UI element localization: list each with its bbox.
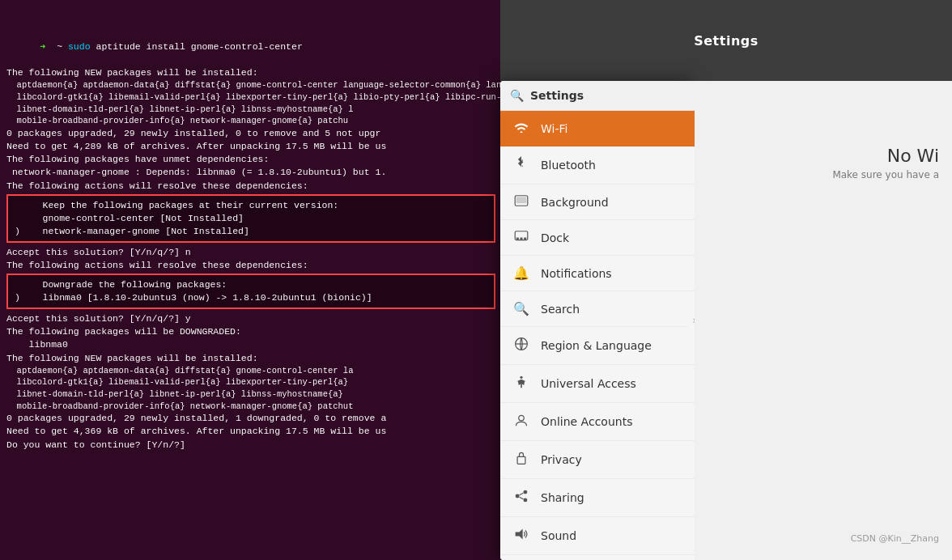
svg-point-9 (519, 415, 525, 421)
settings-list: Wi-Fi Bluetooth Background (500, 111, 695, 560)
terminal-window: ➜ ~ sudo aptitude install gnome-control-… (0, 0, 502, 560)
terminal-line-resolve2: The following actions will resolve these… (6, 259, 495, 272)
bluetooth-label: Bluetooth (541, 159, 596, 172)
settings-title: Settings (694, 33, 759, 49)
svg-rect-4 (516, 238, 519, 240)
wifi-label: Wi-Fi (541, 122, 567, 135)
svg-rect-10 (517, 456, 525, 464)
settings-item-power[interactable]: Power (500, 555, 695, 560)
region-icon (513, 337, 529, 354)
terminal-line-stats: 0 packages upgraded, 29 newly installed,… (6, 412, 495, 425)
svg-point-13 (523, 498, 527, 502)
region-label: Region & Language (541, 339, 652, 352)
no-wifi-subtitle: Make sure you have a (832, 169, 939, 180)
wifi-icon (513, 121, 529, 136)
terminal-content: ➜ ~ sudo aptitude install gnome-control-… (0, 23, 502, 560)
svg-point-12 (516, 494, 520, 498)
terminal-line-get: Need to get 4,369 kB of archives. After … (6, 425, 495, 438)
terminal-line-5: mobile-broadband-provider-info{a} networ… (6, 115, 495, 127)
terminal-line-7: Need to get 4,289 kB of archives. After … (6, 140, 495, 153)
notifications-label: Notifications (541, 267, 612, 280)
settings-arrow: › (688, 304, 695, 337)
sound-label: Sound (541, 529, 576, 542)
terminal-line-2: aptdaemon{a} aptdaemon-data{a} diffstat{… (6, 79, 495, 91)
terminal-box-2: Downgrade the following packages: ) libn… (6, 274, 495, 309)
terminal-line-libnma: libnma0 (6, 338, 495, 351)
svg-rect-2 (516, 197, 526, 203)
csdn-watermark: CSDN @Kin__Zhang (851, 533, 939, 544)
online-accounts-icon (513, 413, 529, 431)
terminal-line-3: libcolord-gtk1{a} libemail-valid-perl{a}… (6, 91, 495, 104)
settings-panel: 🔍 Settings Wi-Fi Bluetooth (500, 81, 695, 560)
terminal-line-1: The following NEW packages will be insta… (6, 66, 495, 79)
settings-item-wifi[interactable]: Wi-Fi (500, 111, 695, 146)
search-icon: 🔍 (510, 89, 524, 102)
background-icon (513, 194, 529, 210)
notifications-icon: 🔔 (513, 265, 529, 281)
terminal-boxline-3: ) network-manager-gnome [Not Installed] (15, 225, 487, 238)
bluetooth-icon (513, 156, 529, 174)
settings-item-background[interactable]: Background (500, 185, 695, 220)
background-label: Background (541, 196, 609, 209)
terminal-line-8: The following packages have unmet depend… (6, 153, 495, 166)
terminal-boxline-5: ) libnma0 [1.8.10-2ubuntu3 (now) -> 1.8.… (15, 291, 487, 304)
terminal-line-new2: libcolord-gtk1{a} libemail-valid-perl{a}… (6, 376, 495, 388)
svg-point-11 (523, 490, 527, 494)
terminal-line-new4: mobile-broadband-provider-info{a} networ… (6, 401, 495, 413)
svg-marker-16 (516, 528, 523, 539)
svg-rect-6 (524, 238, 526, 240)
no-wifi-text: No Wi Make sure you have a (832, 146, 939, 180)
svg-rect-5 (520, 238, 522, 240)
terminal-line-4: libnet-domain-tld-perl{a} libnet-ip-perl… (6, 104, 495, 116)
svg-line-15 (520, 497, 524, 498)
search-label: Search (541, 303, 580, 316)
settings-item-privacy[interactable]: Privacy (500, 441, 695, 479)
privacy-icon (513, 451, 529, 469)
terminal-line-new1: aptdaemon{a} aptdaemon-data{a} diffstat{… (6, 365, 495, 377)
terminal-boxline-2: gnome-control-center [Not Installed] (15, 212, 487, 225)
svg-line-14 (520, 493, 524, 494)
universal-access-label: Universal Access (541, 377, 636, 390)
no-wifi-panel: No Wi Make sure you have a CSDN @Kin__Zh… (695, 81, 952, 560)
settings-item-universal-access[interactable]: Universal Access (500, 365, 695, 403)
dock-icon (513, 230, 529, 245)
svg-point-0 (521, 131, 523, 133)
terminal-line-6: 0 packages upgraded, 29 newly installed,… (6, 127, 495, 140)
dock-label: Dock (541, 231, 569, 244)
search-item-icon: 🔍 (513, 301, 529, 316)
sound-icon (513, 527, 529, 545)
terminal-line-9: network-manager-gnome : Depends: libnma0… (6, 166, 495, 179)
privacy-label: Privacy (541, 453, 582, 466)
settings-item-region[interactable]: Region & Language (500, 327, 695, 365)
settings-item-online-accounts[interactable]: Online Accounts (500, 403, 695, 441)
settings-search-bar: 🔍 Settings (500, 81, 695, 111)
terminal-line-0: ➜ ~ sudo aptitude install gnome-control-… (6, 28, 495, 66)
terminal-line-new: The following NEW packages will be insta… (6, 352, 495, 365)
settings-item-search[interactable]: 🔍 Search (500, 291, 695, 327)
svg-point-8 (520, 376, 522, 379)
terminal-box-1: Keep the following packages at their cur… (6, 194, 495, 243)
no-wifi-title: No Wi (832, 146, 939, 166)
settings-search-input: Settings (530, 89, 685, 102)
terminal-boxline-4: Downgrade the following packages: (15, 278, 487, 291)
settings-titlebar: Settings (500, 0, 952, 81)
terminal-line-accept2: Accept this solution? [Y/n/q/?] y (6, 312, 495, 325)
settings-item-sound[interactable]: Sound (500, 517, 695, 555)
online-accounts-label: Online Accounts (541, 415, 632, 428)
sharing-icon (513, 489, 529, 507)
settings-item-sharing[interactable]: Sharing (500, 479, 695, 517)
settings-item-dock[interactable]: Dock (500, 220, 695, 256)
terminal-line-10: The following actions will resolve these… (6, 180, 495, 193)
sharing-label: Sharing (541, 491, 584, 504)
terminal-line-new3: libnet-domain-tld-perl{a} libnet-ip-perl… (6, 388, 495, 401)
terminal-line-accept1: Accept this solution? [Y/n/q/?] n (6, 246, 495, 259)
universal-access-icon (513, 375, 529, 392)
settings-item-notifications[interactable]: 🔔 Notifications (500, 256, 695, 291)
terminal-line-downgrade: The following packages will be DOWNGRADE… (6, 325, 495, 338)
terminal-boxline-1: Keep the following packages at their cur… (15, 199, 487, 212)
terminal-line-continue: Do you want to continue? [Y/n/?] (6, 439, 495, 452)
settings-item-bluetooth[interactable]: Bluetooth (500, 146, 695, 185)
